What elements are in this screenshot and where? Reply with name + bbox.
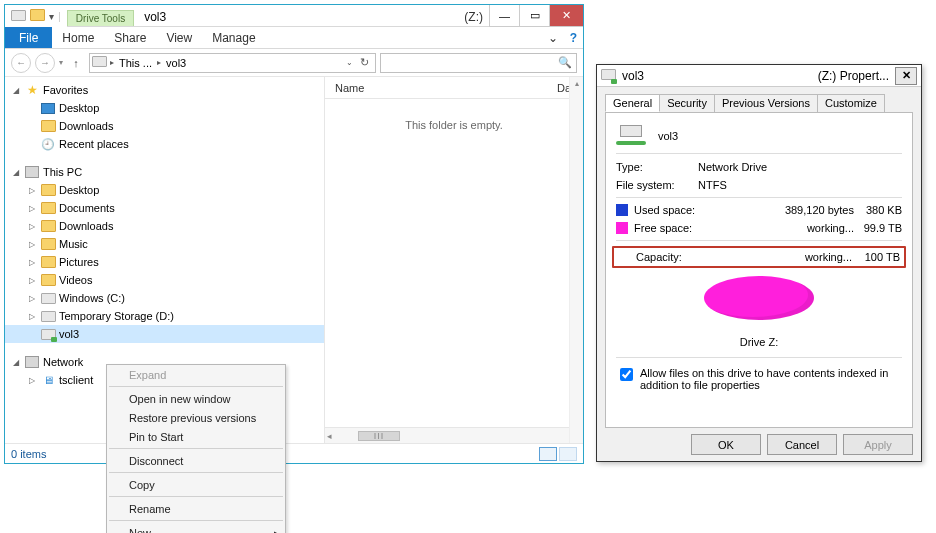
tab-share[interactable]: Share bbox=[104, 31, 156, 45]
computer-icon: 🖥 bbox=[40, 373, 56, 387]
tree-videos[interactable]: ▷ Videos bbox=[5, 271, 324, 289]
horizontal-scrollbar[interactable]: ◂ III ▸ bbox=[325, 427, 583, 443]
icons-view-button[interactable] bbox=[559, 447, 577, 461]
free-swatch-icon bbox=[616, 222, 628, 234]
tab-general[interactable]: General bbox=[605, 94, 660, 112]
tab-previous-versions[interactable]: Previous Versions bbox=[714, 94, 818, 112]
tab-view[interactable]: View bbox=[156, 31, 202, 45]
disclosure-icon[interactable]: ▷ bbox=[27, 204, 37, 213]
breadcrumb-segment[interactable]: vol3 bbox=[164, 57, 188, 69]
folder-icon bbox=[40, 255, 56, 269]
allow-indexing-checkbox[interactable] bbox=[620, 368, 633, 381]
tree-documents[interactable]: ▷ Documents bbox=[5, 199, 324, 217]
tree-this-pc[interactable]: ◢ This PC bbox=[5, 163, 324, 181]
folder-icon bbox=[40, 201, 56, 215]
back-button[interactable]: ← bbox=[11, 53, 31, 73]
disclosure-icon[interactable]: ▷ bbox=[27, 376, 37, 385]
filesystem-value: NTFS bbox=[698, 179, 902, 191]
forward-button[interactable]: → bbox=[35, 53, 55, 73]
scroll-left-icon[interactable]: ◂ bbox=[327, 431, 332, 441]
scrollbar-thumb[interactable]: III bbox=[358, 431, 400, 441]
tab-home[interactable]: Home bbox=[52, 31, 104, 45]
ctx-new[interactable]: New bbox=[107, 523, 285, 533]
tree-desktop2[interactable]: ▷ Desktop bbox=[5, 181, 324, 199]
folder-icon bbox=[40, 237, 56, 251]
tree-desktop[interactable]: Desktop bbox=[5, 99, 324, 117]
ctx-disconnect[interactable]: Disconnect bbox=[107, 451, 285, 470]
column-name[interactable]: Name bbox=[325, 82, 557, 94]
type-value: Network Drive bbox=[698, 161, 902, 173]
disclosure-icon[interactable]: ▷ bbox=[27, 276, 37, 285]
tab-security[interactable]: Security bbox=[659, 94, 715, 112]
used-size: 380 KB bbox=[854, 204, 902, 216]
folder-icon bbox=[30, 9, 45, 23]
qat-dropdown-icon[interactable]: ▾ bbox=[49, 11, 54, 22]
disclosure-icon[interactable]: ▷ bbox=[27, 294, 37, 303]
type-label: Type: bbox=[616, 161, 698, 173]
menu-separator bbox=[109, 520, 283, 521]
content-pane: Name Da This folder is empty. ◂ III ▸ ▴ bbox=[325, 77, 583, 443]
ctx-pin-start[interactable]: Pin to Start bbox=[107, 427, 285, 446]
disclosure-icon[interactable]: ◢ bbox=[11, 168, 21, 177]
ctx-expand: Expand bbox=[107, 365, 285, 384]
search-box[interactable]: 🔍 bbox=[380, 53, 577, 73]
ribbon-collapse-icon[interactable]: ⌄ bbox=[542, 31, 564, 45]
scroll-up-icon[interactable]: ▴ bbox=[575, 79, 579, 88]
breadcrumb-segment[interactable]: This ... bbox=[117, 57, 154, 69]
up-button[interactable]: ↑ bbox=[67, 54, 85, 72]
tab-file[interactable]: File bbox=[5, 27, 52, 48]
chevron-right-icon[interactable]: ▸ bbox=[110, 58, 114, 67]
address-dropdown-icon[interactable]: ⌄ bbox=[346, 58, 353, 67]
refresh-icon[interactable]: ↻ bbox=[356, 56, 373, 69]
disclosure-icon[interactable]: ▷ bbox=[27, 312, 37, 321]
apply-button[interactable]: Apply bbox=[843, 434, 913, 455]
disclosure-icon[interactable]: ▷ bbox=[27, 222, 37, 231]
ctx-rename[interactable]: Rename bbox=[107, 499, 285, 518]
drive-name: vol3 bbox=[658, 130, 678, 142]
used-label: Used space: bbox=[634, 204, 710, 216]
disclosure-icon[interactable]: ▷ bbox=[27, 240, 37, 249]
network-icon bbox=[24, 355, 40, 369]
drive-letter: (Z:) bbox=[458, 8, 489, 26]
details-view-button[interactable] bbox=[539, 447, 557, 461]
ok-button[interactable]: OK bbox=[691, 434, 761, 455]
disclosure-icon[interactable]: ▷ bbox=[27, 186, 37, 195]
tree-downloads2[interactable]: ▷ Downloads bbox=[5, 217, 324, 235]
ctx-restore-previous[interactable]: Restore previous versions bbox=[107, 408, 285, 427]
history-dropdown-icon[interactable]: ▾ bbox=[59, 58, 63, 67]
ctx-copy[interactable]: Copy bbox=[107, 475, 285, 494]
tree-downloads[interactable]: Downloads bbox=[5, 117, 324, 135]
properties-tabs: General Security Previous Versions Custo… bbox=[605, 94, 913, 113]
contextual-tab-drive-tools[interactable]: Drive Tools bbox=[67, 10, 134, 26]
minimize-button[interactable]: — bbox=[489, 5, 519, 27]
tree-pictures[interactable]: ▷ Pictures bbox=[5, 253, 324, 271]
chevron-right-icon[interactable]: ▸ bbox=[157, 58, 161, 67]
tree-recent[interactable]: 🕘 Recent places bbox=[5, 135, 324, 153]
properties-close-button[interactable]: ✕ bbox=[895, 67, 917, 85]
ctx-open-new-window[interactable]: Open in new window bbox=[107, 389, 285, 408]
tree-vol3[interactable]: vol3 bbox=[5, 325, 324, 343]
cancel-button[interactable]: Cancel bbox=[767, 434, 837, 455]
help-icon[interactable]: ? bbox=[564, 31, 583, 45]
vertical-scrollbar[interactable]: ▴ bbox=[569, 77, 583, 443]
menu-separator bbox=[109, 448, 283, 449]
maximize-button[interactable]: ▭ bbox=[519, 5, 549, 27]
properties-titlebar: vol3 (Z:) Propert... ✕ bbox=[597, 65, 921, 87]
used-bytes: 389,120 bytes bbox=[710, 204, 854, 216]
item-count: 0 items bbox=[11, 448, 46, 460]
tree-d-drive[interactable]: ▷ Temporary Storage (D:) bbox=[5, 307, 324, 325]
properties-title-name: vol3 bbox=[622, 69, 644, 83]
tab-manage[interactable]: Manage bbox=[202, 31, 265, 45]
tree-favorites[interactable]: ◢ ★ Favorites bbox=[5, 81, 324, 99]
network-drive-icon bbox=[40, 327, 56, 341]
disclosure-icon[interactable]: ◢ bbox=[11, 86, 21, 95]
tree-music[interactable]: ▷ Music bbox=[5, 235, 324, 253]
tree-c-drive[interactable]: ▷ Windows (C:) bbox=[5, 289, 324, 307]
disclosure-icon[interactable]: ◢ bbox=[11, 358, 21, 367]
disclosure-icon[interactable]: ▷ bbox=[27, 258, 37, 267]
context-menu: Expand Open in new window Restore previo… bbox=[106, 364, 286, 533]
close-button[interactable]: ✕ bbox=[549, 5, 583, 27]
address-bar[interactable]: ▸ This ... ▸ vol3 ⌄ ↻ bbox=[89, 53, 376, 73]
window-title: vol3 bbox=[134, 8, 176, 26]
tab-customize[interactable]: Customize bbox=[817, 94, 885, 112]
